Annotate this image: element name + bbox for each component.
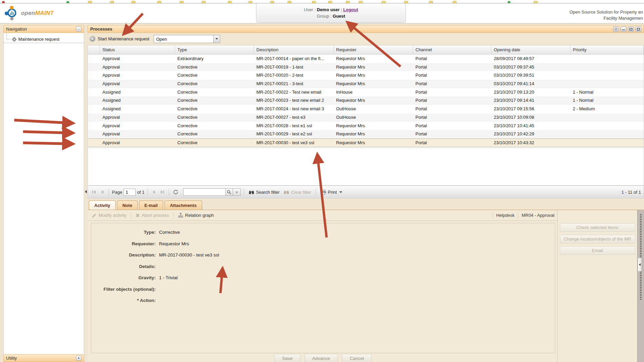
clear-filter-button[interactable]: Clear filter [282, 190, 312, 195]
refresh-icon[interactable] [172, 188, 179, 196]
table-cell: Extraordinary [175, 55, 254, 63]
form-field-row: Requester:Requestor Mrs [91, 238, 555, 250]
search-icon[interactable] [225, 188, 233, 196]
activity-ref-label: MR04 - Approval [522, 213, 554, 218]
table-row[interactable]: AssignedCorrectiveMR-2017-00023 - test n… [88, 96, 644, 105]
table-row[interactable]: AssignedCorrectiveMR-2017-00022 - Test n… [88, 88, 644, 97]
expand-button[interactable]: + [76, 356, 81, 361]
tab-attachments[interactable]: Attachments [164, 201, 202, 210]
table-cell: MR-2017-00020 - 2-test [254, 71, 334, 80]
column-header[interactable]: Opening date [491, 45, 570, 54]
x-icon [136, 213, 140, 217]
layout-list-icon[interactable] [613, 26, 619, 32]
last-page-button[interactable] [159, 188, 166, 196]
abort-process-button[interactable]: Abort process [134, 213, 171, 218]
tab-e-mail[interactable]: E-mail [139, 201, 163, 210]
sidebar-item-maintenance-request[interactable]: Maintenance request [4, 36, 84, 43]
grid-body: ApprovalExtraordinaryMR-2017-00014 - pap… [88, 55, 644, 147]
logout-link[interactable]: Logout [343, 7, 358, 12]
table-row[interactable]: ApprovalCorrectiveMR-2017-00029 - test e… [88, 130, 644, 138]
bookmark-folder-icon [382, 1, 386, 3]
side-actions-column: Check selected itemsChange location/obje… [557, 210, 637, 362]
search-filter-button[interactable]: Search filter [247, 190, 281, 195]
cancel-button[interactable]: Cancel [342, 354, 372, 362]
start-maintenance-request-button[interactable]: Start Maintenance request [98, 36, 149, 41]
relation-graph-button[interactable]: Relation graph [176, 213, 216, 218]
next-page-button[interactable] [151, 188, 158, 196]
table-cell [88, 80, 100, 88]
save-button[interactable]: Save [274, 354, 300, 362]
table-cell: MR-2017-00022 - Test new email [254, 88, 334, 97]
table-row[interactable]: AssignedCorrectiveMR-2017-00024 - test n… [88, 105, 644, 113]
table-cell [88, 71, 100, 80]
table-cell: Corrective [175, 105, 254, 113]
clear-search-icon[interactable]: × [233, 188, 241, 196]
chevron-down-icon [339, 191, 342, 193]
modify-activity-button[interactable]: Modify activity [90, 213, 128, 218]
maximize-icon[interactable] [628, 26, 634, 32]
column-header[interactable]: Priority [570, 45, 644, 54]
bookmark-folder-icon [228, 1, 232, 3]
close-icon[interactable] [636, 26, 641, 32]
table-cell: Corrective [175, 113, 254, 122]
table-cell: 23/10/2017 10:42:29 [491, 130, 570, 138]
column-header[interactable]: Type [175, 45, 254, 54]
table-row[interactable]: ApprovalCorrectiveMR-2017-00027 - test e… [88, 113, 644, 122]
column-header[interactable]: Description [254, 45, 334, 54]
browser-bookmarks-strip [0, 0, 644, 3]
browser-icon [2, 1, 5, 3]
bookmark-folder-icon [270, 1, 274, 3]
row-numberer-column[interactable] [88, 45, 100, 54]
column-header[interactable]: Requester [334, 45, 413, 54]
field-value: MR-2017-00030 - test ve3 ssl [156, 252, 219, 258]
first-page-button[interactable] [91, 188, 97, 196]
panel-expand-handle[interactable] [638, 258, 642, 272]
advance-button[interactable]: Advance [305, 354, 338, 362]
splitter-collapse-icon[interactable] [85, 190, 87, 193]
table-cell [570, 130, 644, 138]
state-filter-select[interactable]: Open [154, 35, 220, 43]
table-cell: 23/10/2017 10:43:32 [491, 139, 570, 147]
column-header[interactable]: Channel [413, 45, 491, 54]
email-button[interactable]: Email [560, 246, 635, 255]
table-row[interactable]: ApprovalCorrectiveMR-2017-00019 - 1-test… [88, 63, 644, 72]
print-button[interactable]: Print [319, 190, 344, 195]
minimize-icon[interactable] [621, 26, 626, 32]
bookmark-folder-icon [288, 1, 291, 3]
chevron-down-icon[interactable] [213, 35, 220, 43]
tab-note[interactable]: Note [117, 201, 138, 210]
table-cell [88, 130, 100, 138]
table-cell: Requestor Mrs [334, 63, 413, 72]
table-row[interactable]: ApprovalCorrectiveMR-2017-00030 - test v… [88, 138, 644, 147]
table-cell: Approval [100, 63, 175, 72]
pagination-toolbar: Page of 1 × Search filter Clea [87, 186, 644, 198]
bookmark-folder-icon [453, 1, 456, 3]
gear-icon [12, 37, 17, 42]
table-cell: MR-2017-00023 - test new email 2 [254, 96, 334, 105]
page-label: Page [112, 190, 122, 195]
process-grid: StatusTypeDescriptionRequesterChannelOpe… [87, 45, 644, 186]
table-row[interactable]: ApprovalCorrectiveMR-2017-00021 - 3-test… [88, 80, 644, 88]
utility-header[interactable]: Utility + [3, 354, 84, 362]
bookmark-folder-icon [202, 1, 206, 3]
table-cell [88, 113, 100, 122]
change-location-objects-of-the-mr-button[interactable]: Change location/objects of the MR [560, 235, 635, 243]
form-field-row: Description:MR-2017-00030 - test ve3 ssl [91, 249, 555, 261]
quick-search-input[interactable] [183, 188, 225, 196]
page-number-input[interactable] [123, 189, 136, 196]
table-cell: Portal [413, 139, 491, 147]
column-header[interactable]: Status [100, 45, 175, 54]
table-cell: 1 - Normal [570, 96, 644, 105]
form-field-row: Type:Corrective [91, 227, 555, 238]
table-cell: Approval [100, 113, 175, 122]
collapse-button[interactable]: - [76, 26, 81, 32]
collapsed-right-panel[interactable] [637, 210, 644, 362]
table-row[interactable]: ApprovalCorrectiveMR-2017-00028 - test e… [88, 122, 644, 130]
table-row[interactable]: ApprovalExtraordinaryMR-2017-00014 - pap… [88, 55, 644, 63]
table-row[interactable]: ApprovalCorrectiveMR-2017-00020 - 2-test… [88, 71, 644, 80]
previous-page-button[interactable] [99, 188, 105, 196]
group-name: Guest [333, 14, 345, 19]
check-selected-items-button[interactable]: Check selected items [560, 223, 635, 232]
bookmark-folder-icon [312, 1, 316, 3]
tab-activity[interactable]: Activity [89, 201, 116, 210]
